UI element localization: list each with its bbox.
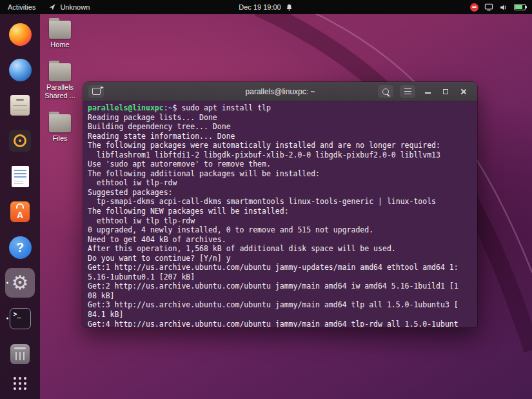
focused-app-name: Unknown [60, 3, 90, 11]
activities-label: Activities [8, 3, 35, 11]
focused-app-icon [48, 3, 56, 11]
terminal-line: ethtool iw tlp-rdw [88, 178, 473, 188]
dock-item-software[interactable] [5, 197, 35, 227]
folder-icon [48, 18, 72, 39]
terminal-line: After this operation, 1,568 kB of additi… [88, 244, 473, 254]
dock-item-help[interactable] [5, 232, 35, 262]
battery-icon [514, 4, 526, 10]
desktop-icon-label: Files [52, 134, 67, 143]
close-icon [460, 88, 467, 95]
terminal-titlebar[interactable]: parallels@linuxpc: ~ [83, 82, 477, 101]
settings-gear-icon [8, 271, 32, 295]
terminal-line: The following packages were automaticall… [88, 141, 473, 150]
terminal-icon [10, 308, 31, 329]
media-player-icon [9, 130, 31, 152]
dock-item-rhythmbox[interactable] [5, 126, 35, 156]
terminal-line: Suggested packages: [88, 188, 473, 198]
terminal-line: Do you want to continue? [Y/n] y [88, 254, 473, 263]
terminal-line: Need to get 404 kB of archives. [88, 235, 473, 245]
volume-icon [499, 3, 508, 12]
terminal-line: Reading state information... Done [88, 132, 473, 141]
focused-app-indicator[interactable]: Unknown [48, 3, 90, 11]
dock-item-settings[interactable] [5, 268, 35, 298]
maximize-icon [443, 89, 448, 94]
folder-icon [48, 112, 72, 132]
new-tab-button[interactable] [88, 85, 104, 98]
terminal-line: 5.16-1ubuntu0.1 [207 kB] [88, 272, 473, 282]
terminal-line: 0 upgraded, 4 newly installed, 0 to remo… [88, 225, 473, 235]
dock-item-firefox[interactable] [5, 19, 35, 49]
desktop-icon-parallels-shared[interactable]: ParallelsShared ... [41, 61, 79, 100]
firefox-icon [9, 23, 32, 46]
recording-indicator-icon [470, 3, 478, 12]
activities-button[interactable]: Activities [8, 3, 35, 11]
dock-item-terminal[interactable] [5, 303, 35, 333]
show-applications-icon [14, 377, 26, 390]
libreoffice-writer-icon [12, 166, 29, 187]
thunderbird-icon [9, 59, 32, 81]
dock-bottom [5, 369, 35, 398]
dock-item-show-apps[interactable] [5, 369, 35, 398]
terminal-line: Reading package lists... Done [88, 113, 473, 123]
minimize-button[interactable] [422, 86, 433, 97]
help-icon [9, 236, 32, 259]
terminal-window: parallels@linuxpc: ~ parallels@linuxpc:~… [83, 81, 478, 328]
dock [0, 14, 40, 399]
desktop-icon-label: ParallelsShared ... [44, 83, 75, 100]
trash-icon [10, 344, 30, 364]
terminal-line: libflashrom1 libftdi1-2 libgdk-pixbuf-xl… [88, 150, 473, 160]
folder-icon [48, 61, 72, 81]
terminal-line: Use 'sudo apt autoremove' to remove them… [88, 159, 473, 169]
terminal-line: 08 kB] [88, 291, 473, 301]
file-manager-icon [10, 95, 30, 116]
dock-item-thunderbird[interactable] [5, 55, 35, 85]
desktop-icon-label: Home [50, 41, 69, 49]
clock-label: Dec 19 19:00 [239, 3, 281, 11]
terminal-line: Building dependency tree... Done [88, 122, 473, 132]
running-indicator [6, 318, 8, 320]
search-button[interactable] [378, 85, 393, 98]
terminal-line: Get:2 http://us.archive.ubuntu.com/ubunt… [88, 281, 473, 291]
ubuntu-software-icon [10, 201, 30, 222]
system-status-area[interactable] [470, 3, 532, 12]
desktop-icon-home[interactable]: Home [41, 18, 79, 49]
terminal-line: The following NEW packages will be insta… [88, 207, 473, 216]
desktop-icon-files[interactable]: Files [41, 112, 79, 143]
dock-items [5, 19, 35, 369]
screencast-icon [484, 3, 493, 11]
dock-item-trash[interactable] [5, 339, 35, 369]
desktop-icon-area: HomeParallelsShared ...Files [41, 18, 79, 143]
terminal-line: Get:4 http://us.archive.ubuntu.com/ubunt… [88, 320, 473, 328]
terminal-output[interactable]: parallels@linuxpc:~$ sudo apt install tl… [83, 101, 477, 327]
notification-bell-icon [285, 3, 293, 12]
terminal-line: ethtool iw tlp tlp-rdw [88, 216, 473, 226]
clock-menu[interactable]: Dec 19 19:00 [239, 3, 293, 12]
terminal-line: 84.1 kB] [88, 310, 473, 320]
maximize-button[interactable] [440, 86, 451, 97]
terminal-prompt-line: parallels@linuxpc:~$ sudo apt install tl… [88, 103, 473, 113]
hamburger-menu-icon [404, 91, 411, 92]
terminal-line: Get:3 http://us.archive.ubuntu.com/ubunt… [88, 300, 473, 310]
top-bar: Activities Unknown Dec 19 19:00 [0, 0, 532, 14]
menu-button[interactable] [400, 85, 415, 98]
new-tab-icon [92, 88, 101, 95]
minimize-icon [425, 92, 431, 94]
terminal-line: The following additional packages will b… [88, 169, 473, 179]
dock-item-files[interactable] [5, 90, 35, 120]
terminal-line: Get:1 http://us.archive.ubuntu.com/ubunt… [88, 263, 473, 272]
close-button[interactable] [458, 86, 469, 97]
search-icon [382, 88, 389, 95]
terminal-line: tp-smapi-dkms acpi-call-dkms smartmontoo… [88, 197, 473, 207]
dock-item-writer[interactable] [5, 161, 35, 191]
